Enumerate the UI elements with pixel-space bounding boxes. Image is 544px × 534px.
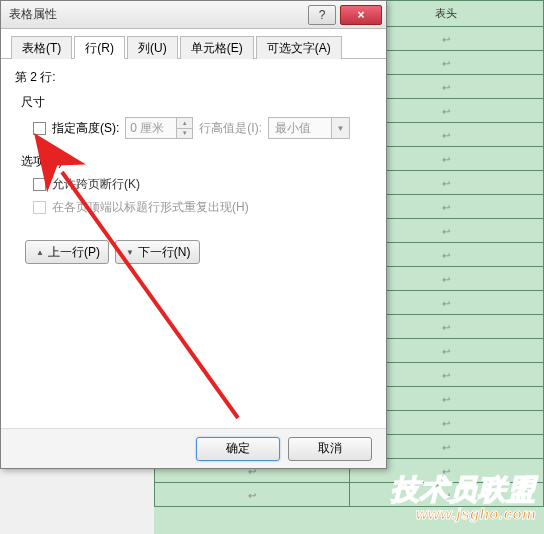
size-section-label: 尺寸 — [21, 94, 372, 111]
previous-row-label: 上一行(P) — [48, 244, 100, 261]
previous-row-button[interactable]: ▲ 上一行(P) — [25, 240, 109, 264]
allow-break-label: 允许跨页断行(K) — [52, 176, 140, 193]
row-height-mode-value: 最小值 — [275, 120, 311, 137]
options-section-label: 选项(O) — [21, 153, 372, 170]
tab-alt-text[interactable]: 可选文字(A) — [256, 36, 342, 59]
dialog-footer: 确定 取消 — [1, 428, 386, 468]
help-button[interactable]: ? — [308, 5, 336, 25]
row-height-is-label: 行高值是(I): — [199, 120, 262, 137]
close-icon: × — [357, 8, 364, 22]
height-input[interactable]: 0 厘米 ▲▼ — [125, 117, 193, 139]
tab-strip: 表格(T) 行(R) 列(U) 单元格(E) 可选文字(A) — [1, 29, 386, 59]
next-row-label: 下一行(N) — [138, 244, 191, 261]
tab-cell[interactable]: 单元格(E) — [180, 36, 254, 59]
triangle-up-icon: ▲ — [36, 248, 44, 257]
titlebar: 表格属性 ? × — [1, 1, 386, 29]
cancel-button[interactable]: 取消 — [288, 437, 372, 461]
chevron-down-icon: ▼ — [331, 118, 349, 138]
dialog-title: 表格属性 — [9, 6, 308, 23]
triangle-down-icon: ▼ — [126, 248, 134, 257]
repeat-header-checkbox — [33, 201, 46, 214]
repeat-header-label: 在各页顶端以标题行形式重复出现(H) — [52, 199, 249, 216]
watermark: 技术员联盟 www.jsgho.com — [391, 471, 536, 522]
close-button[interactable]: × — [340, 5, 382, 25]
ok-button[interactable]: 确定 — [196, 437, 280, 461]
table-properties-dialog: 表格属性 ? × 表格(T) 行(R) 列(U) 单元格(E) 可选文字(A) … — [0, 0, 387, 469]
height-value: 0 厘米 — [130, 120, 164, 137]
help-icon: ? — [319, 8, 326, 22]
height-spinner[interactable]: ▲▼ — [176, 118, 192, 138]
watermark-text: 技术员联盟 — [391, 471, 536, 509]
tab-column[interactable]: 列(U) — [127, 36, 178, 59]
specify-height-label: 指定高度(S): — [52, 120, 119, 137]
specify-height-checkbox[interactable] — [33, 122, 46, 135]
allow-break-checkbox[interactable] — [33, 178, 46, 191]
tab-row[interactable]: 行(R) — [74, 36, 125, 59]
row-height-mode-dropdown[interactable]: 最小值 ▼ — [268, 117, 350, 139]
tab-table[interactable]: 表格(T) — [11, 36, 72, 59]
dialog-content: 第 2 行: 尺寸 指定高度(S): 0 厘米 ▲▼ 行高值是(I): 最小值 … — [1, 59, 386, 274]
next-row-button[interactable]: ▼ 下一行(N) — [115, 240, 200, 264]
current-row-indicator: 第 2 行: — [15, 69, 372, 86]
